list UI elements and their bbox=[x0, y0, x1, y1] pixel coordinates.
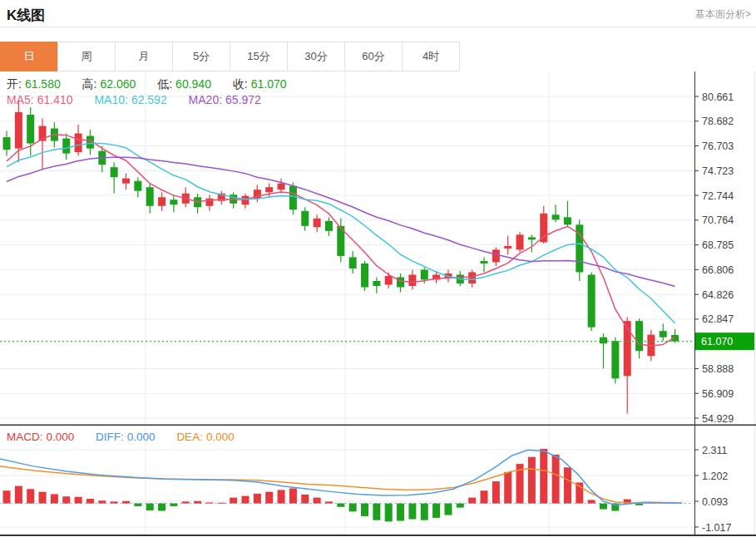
svg-text:70.764: 70.764 bbox=[702, 214, 734, 226]
svg-text:2.311: 2.311 bbox=[702, 445, 727, 456]
svg-text:58.888: 58.888 bbox=[702, 363, 734, 375]
ma5-label: MA5: bbox=[7, 93, 34, 106]
low-label: 低: bbox=[157, 77, 172, 91]
svg-text:0.093: 0.093 bbox=[702, 496, 728, 508]
ma10-label: MA10: bbox=[94, 93, 127, 106]
dea-value: 0.000 bbox=[206, 431, 235, 443]
diff-value: 0.000 bbox=[127, 431, 156, 443]
ma-readout: MA5:61.410 MA10:62.592 MA20:65.972 bbox=[7, 93, 264, 106]
svg-text:76.703: 76.703 bbox=[702, 140, 734, 152]
high-value: 62.060 bbox=[101, 77, 136, 91]
svg-text:74.723: 74.723 bbox=[702, 165, 734, 177]
svg-text:66.806: 66.806 bbox=[702, 264, 734, 276]
svg-text:72.744: 72.744 bbox=[702, 190, 734, 202]
ma5-value: 61.410 bbox=[37, 93, 73, 106]
high-label: 高: bbox=[82, 77, 97, 91]
ma20-value: 65.972 bbox=[225, 93, 261, 106]
close-label: 收: bbox=[233, 77, 248, 91]
kline-widget: K线图 基本面分析> 日周月5分15分30分60分4时 80.66178.682… bbox=[0, 0, 756, 537]
open-value: 61.580 bbox=[25, 77, 61, 91]
macd-value: 0.000 bbox=[47, 431, 75, 443]
close-value: 61.070 bbox=[251, 77, 287, 91]
dea-label: DEA: bbox=[176, 431, 203, 443]
low-value: 60.940 bbox=[175, 77, 211, 91]
ma10-value: 62.592 bbox=[131, 93, 167, 106]
frame bbox=[0, 71, 756, 535]
macd-label: MACD: bbox=[7, 431, 43, 443]
svg-text:56.909: 56.909 bbox=[702, 388, 734, 400]
svg-text:1.202: 1.202 bbox=[702, 470, 728, 482]
candles bbox=[3, 101, 679, 413]
ma20-label: MA20: bbox=[189, 93, 222, 106]
current-price-tag: 61.070 bbox=[701, 336, 733, 347]
svg-text:78.682: 78.682 bbox=[702, 116, 734, 127]
ohlc-readout: 开:61.580 高:62.060 低:60.940 收:61.070 bbox=[7, 77, 290, 92]
open-label: 开: bbox=[7, 77, 22, 91]
macd-readout: MACD:0.000 DIFF:0.000 DEA:0.000 bbox=[7, 431, 238, 443]
macd-axis: 2.3111.2020.093-1.017 bbox=[0, 445, 731, 534]
diff-label: DIFF: bbox=[96, 431, 124, 443]
svg-text:80.661: 80.661 bbox=[702, 91, 734, 103]
price-axis: 80.66178.68276.70374.72372.74470.76468.7… bbox=[694, 91, 734, 425]
svg-text:64.826: 64.826 bbox=[702, 289, 734, 301]
svg-text:68.785: 68.785 bbox=[702, 239, 734, 251]
svg-text:54.929: 54.929 bbox=[702, 413, 734, 425]
svg-text:-1.017: -1.017 bbox=[702, 522, 731, 534]
svg-text:62.847: 62.847 bbox=[702, 313, 734, 325]
